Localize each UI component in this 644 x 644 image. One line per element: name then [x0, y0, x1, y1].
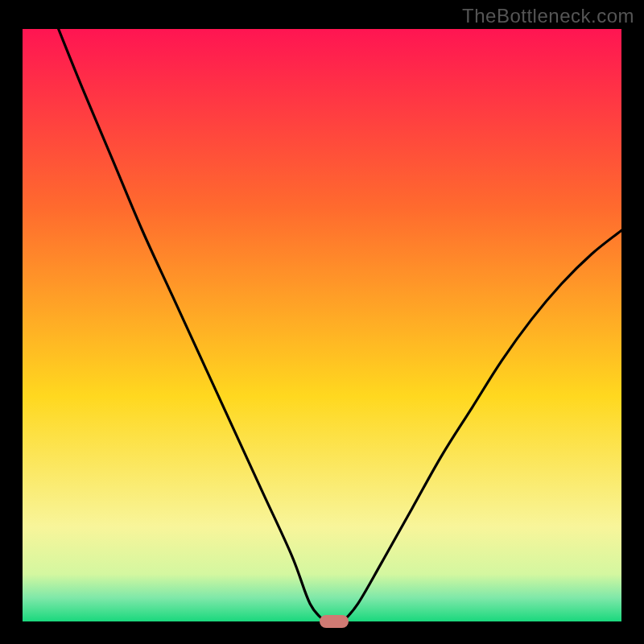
plot-area [23, 29, 621, 621]
plot-svg [23, 29, 621, 621]
chart-frame: TheBottleneck.com [0, 0, 644, 644]
gradient-background [23, 29, 621, 621]
watermark-text: TheBottleneck.com [462, 5, 634, 27]
